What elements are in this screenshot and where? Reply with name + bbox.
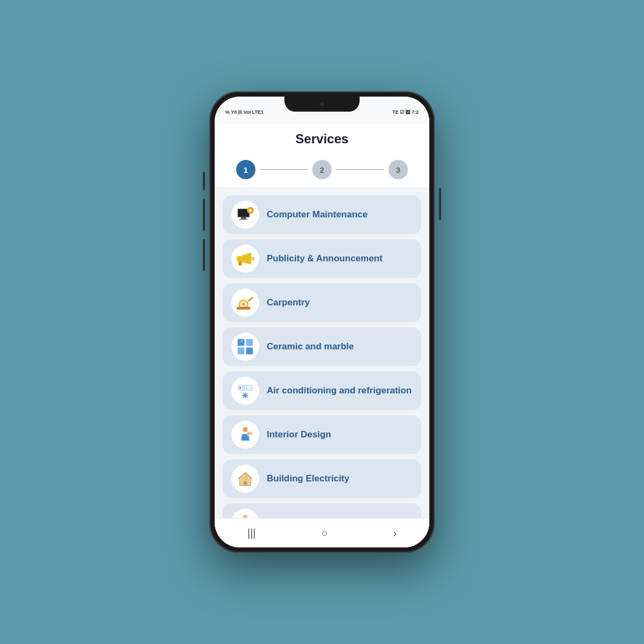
svg-point-18 bbox=[244, 345, 247, 348]
svg-rect-15 bbox=[246, 339, 253, 346]
svg-rect-21 bbox=[239, 387, 241, 389]
aircon-label: Air conditioning and refrigeration bbox=[267, 385, 412, 396]
nav-forward-button[interactable]: › bbox=[382, 523, 407, 544]
svg-rect-14 bbox=[238, 339, 245, 346]
status-bar: % Y0 |li VoI LTE1 TE ☑ 🖼 7:2 bbox=[215, 97, 429, 123]
computer-maintenance-icon bbox=[231, 201, 259, 229]
electricity-icon bbox=[231, 465, 259, 493]
carpentry-label: Carpentry bbox=[267, 297, 310, 308]
svg-rect-7 bbox=[238, 261, 241, 266]
stepper: 1 2 3 bbox=[215, 152, 429, 187]
carpentry-icon bbox=[231, 289, 259, 317]
aircon-icon bbox=[231, 377, 259, 405]
phone-frame: % Y0 |li VoI LTE1 TE ☑ 🖼 7:2 Services 1 bbox=[209, 91, 435, 553]
bottom-nav: ||| ○ › bbox=[215, 518, 429, 547]
svg-point-11 bbox=[242, 303, 245, 306]
svg-rect-16 bbox=[238, 348, 245, 355]
ceramic-icon bbox=[231, 333, 259, 361]
status-right: TE ☑ 🖼 7:2 bbox=[392, 109, 419, 115]
phone-screen: % Y0 |li VoI LTE1 TE ☑ 🖼 7:2 Services 1 bbox=[215, 97, 429, 547]
svg-rect-6 bbox=[237, 256, 242, 261]
svg-rect-3 bbox=[239, 219, 248, 220]
notch bbox=[284, 97, 360, 112]
service-item-publicity[interactable]: Publicity & Announcement bbox=[223, 239, 421, 278]
service-item-aircon[interactable]: Air conditioning and refrigeration bbox=[223, 371, 421, 410]
step-3[interactable]: 3 bbox=[389, 160, 408, 179]
ceramic-label: Ceramic and marble bbox=[267, 341, 354, 352]
publicity-icon bbox=[231, 245, 259, 273]
services-list: Computer Maintenance Publicity & Announ bbox=[215, 187, 429, 518]
interior-icon bbox=[231, 421, 259, 449]
cleaning-icon bbox=[231, 509, 259, 518]
service-item-electricity[interactable]: Building Electricity bbox=[223, 459, 421, 498]
status-icons: TE ☑ 🖼 7:2 bbox=[392, 109, 419, 115]
electricity-label: Building Electricity bbox=[267, 473, 349, 484]
volume-up-button bbox=[203, 199, 205, 231]
service-item-ceramic[interactable]: Ceramic and marble bbox=[223, 327, 421, 366]
service-item-computer-maintenance[interactable]: Computer Maintenance bbox=[223, 195, 421, 234]
svg-rect-17 bbox=[246, 348, 253, 355]
computer-maintenance-label: Computer Maintenance bbox=[267, 209, 368, 220]
nav-home-button[interactable]: ○ bbox=[310, 523, 338, 544]
step-1[interactable]: 1 bbox=[236, 160, 255, 179]
service-item-carpentry[interactable]: Carpentry bbox=[223, 283, 421, 322]
service-item-cleaning[interactable]: Cleaning bbox=[223, 503, 421, 518]
step-line-2 bbox=[336, 169, 384, 170]
publicity-label: Publicity & Announcement bbox=[267, 253, 383, 264]
camera bbox=[319, 101, 325, 107]
app-header: Services bbox=[215, 123, 429, 152]
step-2[interactable]: 2 bbox=[312, 160, 332, 179]
power-button bbox=[439, 188, 441, 220]
svg-point-29 bbox=[244, 394, 246, 396]
silent-button bbox=[203, 172, 205, 191]
screen-content: Services 1 2 3 bbox=[215, 123, 429, 547]
step-line-1 bbox=[260, 169, 308, 170]
svg-point-30 bbox=[243, 427, 248, 433]
svg-rect-2 bbox=[241, 217, 246, 219]
volume-down-button bbox=[203, 239, 205, 271]
page-title: Services bbox=[225, 131, 419, 147]
status-left: % Y0 |li VoI LTE1 bbox=[225, 109, 264, 115]
nav-back-button[interactable]: ||| bbox=[237, 523, 267, 544]
svg-rect-36 bbox=[244, 481, 247, 486]
service-item-interior[interactable]: Interior Design bbox=[223, 415, 421, 454]
interior-label: Interior Design bbox=[267, 429, 331, 440]
